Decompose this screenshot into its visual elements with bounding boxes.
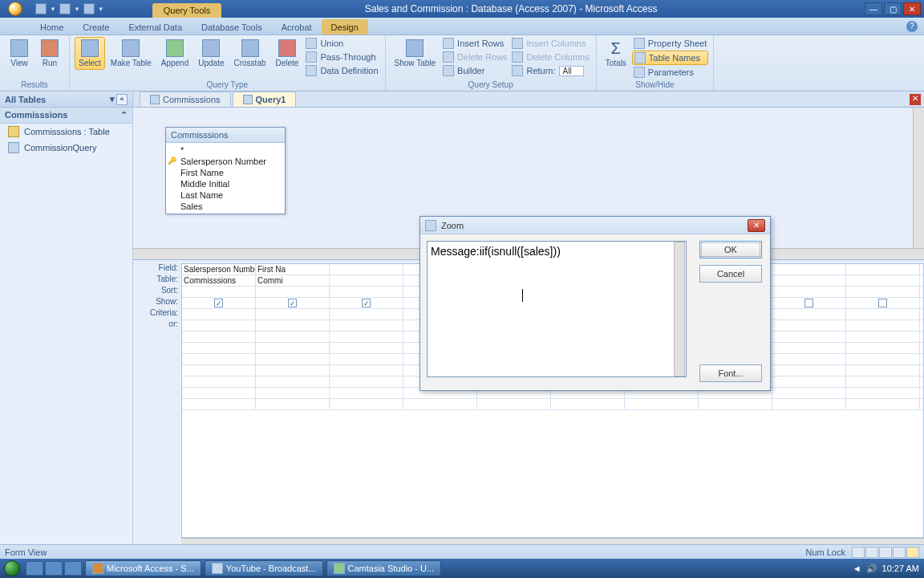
grid-cell[interactable]: ✓: [330, 298, 403, 308]
tab-home[interactable]: Home: [30, 19, 73, 35]
maximize-button[interactable]: ▢: [884, 2, 902, 15]
doc-close-button[interactable]: ✕: [910, 94, 921, 105]
grid-cell[interactable]: [551, 399, 625, 409]
grid-cell[interactable]: [772, 332, 846, 342]
grid-cell[interactable]: [625, 399, 699, 409]
grid-cell[interactable]: [330, 287, 403, 297]
taskbar-task[interactable]: Microsoft Access - S...: [85, 560, 201, 576]
tray-icon[interactable]: 🔊: [866, 564, 877, 574]
grid-cell[interactable]: [846, 320, 920, 331]
delete-rows-button[interactable]: Delete Rows: [441, 51, 509, 63]
grid-cell[interactable]: [772, 264, 846, 275]
update-button[interactable]: Update: [194, 37, 228, 70]
grid-cell[interactable]: [182, 320, 256, 331]
grid-cell[interactable]: [477, 399, 551, 409]
grid-cell[interactable]: [772, 365, 846, 376]
grid-cell[interactable]: [330, 332, 403, 342]
save-icon[interactable]: [35, 3, 47, 14]
field-item[interactable]: Last Name: [166, 189, 285, 201]
view-button[interactable]: View: [5, 37, 34, 70]
show-checkbox[interactable]: [804, 299, 813, 307]
data-definition-button[interactable]: Data Definition: [304, 64, 379, 77]
make-table-button[interactable]: Make Table: [107, 37, 156, 70]
zoom-close-button[interactable]: ✕: [748, 219, 765, 232]
grid-cell[interactable]: [846, 309, 920, 320]
font-button[interactable]: Font...: [699, 364, 762, 382]
grid-cell[interactable]: [846, 264, 920, 275]
field-item[interactable]: First Name: [166, 167, 285, 178]
tray-icon[interactable]: ◄: [853, 564, 861, 573]
tab-external-data[interactable]: External Data: [119, 19, 192, 35]
grid-cell[interactable]: [256, 343, 330, 353]
show-checkbox[interactable]: [878, 299, 887, 307]
tab-design[interactable]: Design: [322, 19, 368, 35]
grid-cell[interactable]: [846, 298, 920, 308]
grid-cell[interactable]: [256, 320, 330, 331]
parameters-button[interactable]: Parameters: [632, 66, 708, 79]
help-icon[interactable]: ?: [906, 21, 918, 32]
table-names-button[interactable]: Table Names: [632, 51, 708, 65]
delete-columns-button[interactable]: Delete Columns: [510, 51, 590, 63]
quick-launch-icon[interactable]: [26, 561, 43, 576]
grid-cell[interactable]: [330, 388, 403, 398]
builder-button[interactable]: Builder: [441, 64, 509, 77]
show-checkbox[interactable]: ✓: [214, 299, 223, 307]
grid-cell[interactable]: Commisssions: [182, 275, 256, 286]
totals-button[interactable]: ΣTotals: [602, 37, 630, 70]
grid-cell[interactable]: Commi: [256, 275, 330, 286]
qat-dropdown-icon[interactable]: ▼: [50, 6, 56, 13]
grid-cell[interactable]: [330, 320, 403, 331]
append-button[interactable]: Append: [157, 37, 192, 70]
property-sheet-button[interactable]: Property Sheet: [632, 37, 708, 50]
grid-cell[interactable]: [772, 343, 846, 353]
select-button[interactable]: Select: [75, 37, 105, 70]
grid-cell[interactable]: [846, 377, 920, 387]
chevron-down-icon[interactable]: ▾: [110, 94, 115, 105]
view-design-icon[interactable]: [906, 547, 919, 558]
grid-cell[interactable]: ✓: [256, 298, 330, 308]
zoom-scrollbar[interactable]: [674, 242, 685, 377]
grid-cell[interactable]: [772, 309, 846, 320]
grid-cell[interactable]: [846, 354, 920, 364]
grid-cell[interactable]: [256, 388, 330, 398]
close-button[interactable]: ✕: [903, 2, 921, 15]
quick-launch-icon[interactable]: [64, 561, 82, 576]
grid-cell[interactable]: ✓: [182, 298, 256, 308]
grid-cell[interactable]: [330, 275, 403, 286]
grid-cell[interactable]: [846, 287, 920, 297]
grid-cell[interactable]: [846, 399, 920, 409]
pass-through-button[interactable]: Pass-Through: [304, 51, 379, 63]
nav-group-header[interactable]: Commisssions⌃: [0, 108, 132, 124]
view-pivot-icon[interactable]: [865, 547, 878, 558]
grid-cell[interactable]: [330, 343, 403, 353]
undo-dropdown-icon[interactable]: ▼: [74, 6, 80, 13]
grid-cell[interactable]: [256, 332, 330, 342]
union-button[interactable]: Union: [304, 37, 379, 50]
insert-columns-button[interactable]: Insert Columns: [510, 37, 590, 50]
grid-cell[interactable]: [772, 377, 846, 387]
quick-launch-icon[interactable]: [45, 561, 63, 576]
grid-cell[interactable]: [330, 377, 403, 387]
grid-cell[interactable]: [772, 287, 846, 297]
zoom-textarea[interactable]: [427, 241, 687, 377]
clock[interactable]: 10:27 AM: [882, 564, 919, 573]
minimize-button[interactable]: —: [865, 2, 882, 15]
crosstab-button[interactable]: Crosstab: [230, 37, 270, 70]
run-button[interactable]: Run: [35, 37, 64, 70]
grid-cell[interactable]: Salersperson Number: [182, 264, 256, 275]
grid-cell[interactable]: [772, 298, 846, 308]
grid-cell[interactable]: [846, 343, 920, 353]
grid-cell[interactable]: [182, 332, 256, 342]
show-table-button[interactable]: Show Table: [391, 37, 440, 70]
insert-rows-button[interactable]: Insert Rows: [441, 37, 509, 50]
grid-cell[interactable]: [256, 399, 330, 409]
grid-cell[interactable]: [846, 332, 920, 342]
grid-cell[interactable]: [182, 365, 256, 376]
taskbar-task[interactable]: YouTube - Broadcast...: [205, 560, 323, 576]
grid-cell[interactable]: [182, 388, 256, 398]
show-checkbox[interactable]: ✓: [288, 299, 297, 307]
grid-cell[interactable]: [330, 309, 403, 320]
office-button[interactable]: [0, 0, 30, 18]
grid-cell[interactable]: [256, 365, 330, 376]
grid-cell[interactable]: [330, 365, 403, 376]
